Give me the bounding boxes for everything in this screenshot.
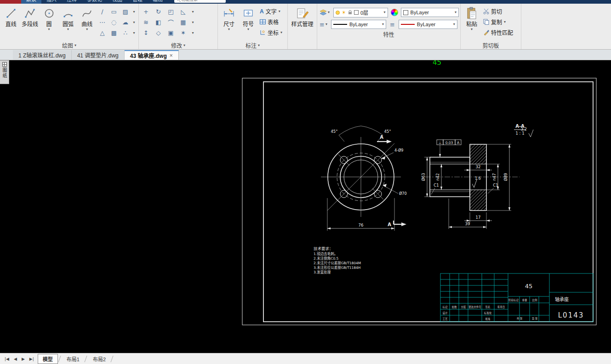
lineweight-swatch bbox=[401, 24, 415, 25]
svg-text:工艺: 工艺 bbox=[442, 318, 448, 320]
rectangle-icon[interactable]: ▭ bbox=[108, 6, 120, 17]
angle-left-label: 45° bbox=[331, 129, 337, 134]
model-canvas[interactable]: 45 bbox=[0, 60, 611, 353]
spline-icon bbox=[80, 6, 94, 20]
ribbon-tab-view[interactable]: 视图 bbox=[107, 0, 127, 4]
scale-icon[interactable]: ◇ bbox=[153, 28, 164, 38]
modify-tool-grid: + ↻ ◰ ◺ ▾ ≋ ◧ ⌒ ▦ ▾ ↕ ◇ ▣ ✶ ▾ bbox=[140, 6, 196, 38]
polyline-button[interactable]: 多段线 bbox=[20, 5, 39, 40]
arc-button[interactable]: 圆弧 ▾ bbox=[58, 5, 77, 40]
sheets-palette-tab[interactable]: 图纸 bbox=[0, 60, 9, 84]
tab-divider bbox=[58, 356, 61, 362]
panel-modify: + ↻ ◰ ◺ ▾ ≋ ◧ ⌒ ▦ ▾ ↕ ◇ ▣ ✶ ▾ bbox=[139, 4, 218, 49]
last-layout-button[interactable]: ▶| bbox=[28, 357, 36, 361]
lineweight-select[interactable]: ByLayer ▾ bbox=[399, 20, 457, 29]
layer-on-icon[interactable] bbox=[336, 11, 340, 15]
doc-tab-ballscrew[interactable]: 1 Z轴滚珠丝杠.dwg bbox=[13, 50, 72, 60]
chamfer-right-label: C1 bbox=[493, 183, 498, 188]
dimension-button[interactable]: 尺寸 ▾ bbox=[219, 5, 239, 40]
ribbon-tab-output[interactable]: 输出 bbox=[148, 0, 168, 4]
angle-right-label: 45° bbox=[384, 129, 391, 134]
copy-button[interactable]: 复制 ▾ bbox=[481, 17, 515, 27]
linetype-manager-button[interactable]: ≡ ▾ bbox=[319, 21, 328, 28]
ribbon-tab-default[interactable]: 默认 bbox=[21, 0, 41, 4]
coordinate-button[interactable]: 坐标 ▾ bbox=[258, 27, 284, 38]
array-icon[interactable]: ▦ bbox=[177, 17, 189, 28]
chevron-down-icon[interactable]: ▾ bbox=[131, 28, 137, 38]
layer-select[interactable]: ☀ 0层 ▾ bbox=[333, 8, 388, 17]
properties-panel-label[interactable]: 特性 bbox=[319, 30, 459, 38]
layers-icon bbox=[320, 9, 327, 16]
revision-cloud-icon[interactable]: ☁ bbox=[120, 17, 131, 28]
chevron-down-icon[interactable]: ▾ bbox=[131, 17, 137, 28]
draw-panel-label[interactable]: 绘图 ▾ bbox=[1, 41, 137, 49]
material-label: 45 bbox=[525, 283, 533, 290]
first-layout-button[interactable]: |◀ bbox=[3, 357, 11, 361]
doc-tab-shim[interactable]: 41 调整垫片.dwg bbox=[72, 50, 125, 60]
svg-text:第 张: 第 张 bbox=[532, 317, 538, 320]
next-layout-button[interactable]: ▶ bbox=[20, 357, 27, 361]
circle-button[interactable]: 圆 ▾ bbox=[40, 5, 58, 40]
chevron-down-icon[interactable]: ▾ bbox=[190, 6, 196, 17]
line-icon bbox=[4, 6, 18, 20]
layer-color-swatch[interactable] bbox=[354, 10, 359, 15]
linetype-select[interactable]: ByLayer ▾ bbox=[331, 20, 386, 29]
function-search-input[interactable]: 功能搜索 bbox=[174, 0, 226, 3]
annotate-panel-label[interactable]: 标注 ▾ bbox=[219, 41, 286, 49]
line-button[interactable]: 直线 bbox=[1, 5, 20, 40]
draw-tool-grid: ∕ ▭ ▨ ▾ ⋯ ◌ ☁ ▾ △ ▩ ∴ ▾ bbox=[97, 6, 137, 38]
cut-button[interactable]: 剪切 bbox=[481, 6, 515, 17]
text-button[interactable]: A 文字 ▾ bbox=[258, 6, 284, 17]
ribbon-tab-insert[interactable]: 插入 bbox=[41, 0, 62, 4]
spline-button[interactable]: 曲线 ▾ bbox=[78, 5, 97, 40]
stretch-icon[interactable]: ↕ bbox=[140, 28, 152, 38]
tab-layout2[interactable]: 布局2 bbox=[88, 354, 110, 364]
ribbon-tab-annotate[interactable]: 注释 bbox=[62, 0, 82, 4]
chevron-down-icon: ▾ bbox=[74, 44, 76, 47]
fillet-icon[interactable]: ⌒ bbox=[165, 17, 177, 28]
trim-icon[interactable]: ◰ bbox=[165, 6, 177, 17]
doc-tab-bearing-seat[interactable]: 43 轴承座.dwg × bbox=[125, 50, 179, 60]
section-letter-bottom: A bbox=[388, 222, 391, 227]
copy-object-icon[interactable]: ▣ bbox=[165, 28, 177, 38]
prev-layout-button[interactable]: ◀ bbox=[12, 357, 19, 361]
match-properties-button[interactable]: 特性匹配 bbox=[481, 27, 515, 38]
tab-model[interactable]: 模型 bbox=[38, 354, 58, 364]
cad-application: 默认 插入 注释 参数化 视图 管理 输出 功能搜索 直线 多 bbox=[0, 0, 611, 364]
section-scale: 1 : 1 bbox=[515, 131, 524, 136]
modify-panel-label[interactable]: 修改 ▾ bbox=[140, 41, 216, 49]
explode-icon[interactable]: ✶ bbox=[177, 28, 189, 38]
symbol-button[interactable]: 符号 ▾ bbox=[239, 5, 258, 40]
layer-lock-icon[interactable] bbox=[348, 10, 352, 15]
tab-layout1[interactable]: 布局1 bbox=[62, 354, 84, 364]
app-menu-button[interactable] bbox=[0, 0, 21, 4]
table-button[interactable]: 表格 bbox=[258, 17, 284, 27]
panel-style: 样式管理 bbox=[288, 4, 317, 49]
polygon-icon[interactable]: △ bbox=[97, 28, 108, 38]
paste-button[interactable]: 粘贴 ▾ bbox=[462, 5, 481, 40]
ray-icon[interactable]: ∕ bbox=[97, 6, 108, 17]
layer-properties-button[interactable]: ▾ bbox=[319, 9, 331, 16]
chevron-down-icon[interactable]: ▾ bbox=[190, 28, 196, 38]
offset-icon[interactable]: ≋ bbox=[140, 17, 152, 28]
chevron-down-icon[interactable]: ▾ bbox=[190, 17, 196, 28]
mirror-icon[interactable]: ◧ bbox=[153, 17, 164, 28]
clipboard-panel-label[interactable]: 剪切板 bbox=[462, 41, 520, 49]
ellipse-icon[interactable]: ◌ bbox=[108, 17, 120, 28]
style-manager-button[interactable]: 样式管理 bbox=[289, 5, 315, 40]
rotate-icon[interactable]: ↻ bbox=[153, 6, 164, 17]
region-icon[interactable]: ▩ bbox=[108, 28, 120, 38]
erase-icon[interactable]: ◺ bbox=[177, 6, 189, 17]
move-icon[interactable]: + bbox=[140, 6, 152, 17]
hatch-icon[interactable]: ▨ bbox=[120, 6, 131, 17]
construction-line-icon[interactable]: ⋯ bbox=[97, 17, 108, 28]
chevron-down-icon[interactable]: ▾ bbox=[131, 6, 137, 17]
layer-thaw-icon[interactable]: ☀ bbox=[342, 10, 346, 16]
ribbon-tab-manage[interactable]: 管理 bbox=[127, 0, 148, 4]
ribbon-tab-parametric[interactable]: 参数化 bbox=[82, 0, 107, 4]
close-icon[interactable]: × bbox=[170, 52, 173, 59]
chevron-down-icon: ▾ bbox=[382, 23, 384, 26]
point-icon[interactable]: ∴ bbox=[120, 28, 131, 38]
color-wheel-icon[interactable] bbox=[391, 9, 398, 16]
color-select[interactable]: ByLayer ▾ bbox=[401, 8, 459, 17]
